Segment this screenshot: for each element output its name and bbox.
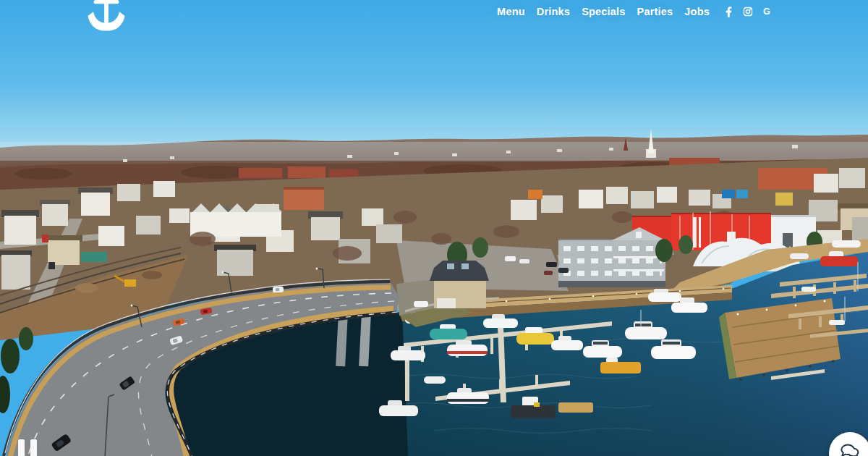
nav-item-drinks[interactable]: Drinks [537, 6, 570, 17]
nav-item-jobs[interactable]: Jobs [684, 6, 710, 17]
pause-icon [30, 439, 37, 456]
social-links: G [723, 7, 773, 17]
facebook-icon [726, 7, 732, 17]
hero-video-still [0, 0, 868, 456]
pause-button[interactable] [18, 439, 38, 456]
instagram-link[interactable] [743, 7, 753, 17]
anchor-logo[interactable] [85, 0, 127, 36]
chat-bubbles-icon [838, 440, 861, 456]
nav-item-specials[interactable]: Specials [582, 6, 625, 17]
nav-item-parties[interactable]: Parties [637, 6, 673, 17]
google-icon: G [762, 7, 773, 17]
pause-icon [18, 439, 25, 456]
svg-text:G: G [763, 7, 770, 17]
facebook-link[interactable] [723, 7, 733, 17]
main-nav: Menu Drinks Specials Parties Jobs [497, 4, 773, 20]
harbor-aerial-scene [0, 0, 868, 456]
nav-list: Menu Drinks Specials Parties Jobs [497, 6, 710, 17]
nav-item-menu[interactable]: Menu [497, 6, 525, 17]
instagram-icon [743, 7, 753, 17]
google-link[interactable]: G [762, 7, 773, 17]
anchor-icon [85, 0, 127, 36]
